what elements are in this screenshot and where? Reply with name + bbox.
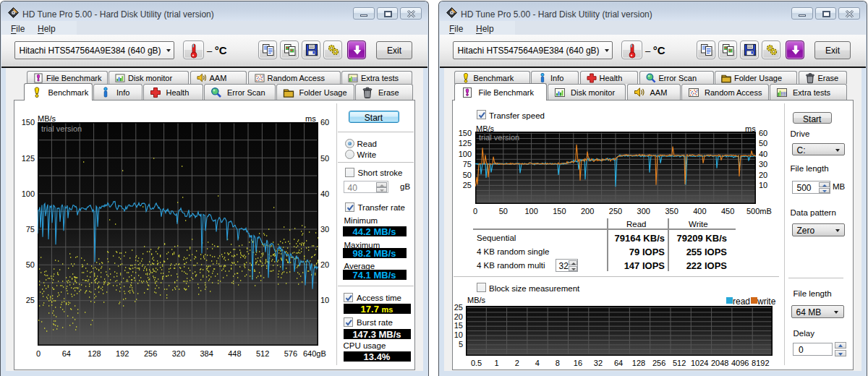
svg-text:trial version: trial version	[479, 133, 519, 142]
svg-text:trial version: trial version	[41, 124, 82, 133]
